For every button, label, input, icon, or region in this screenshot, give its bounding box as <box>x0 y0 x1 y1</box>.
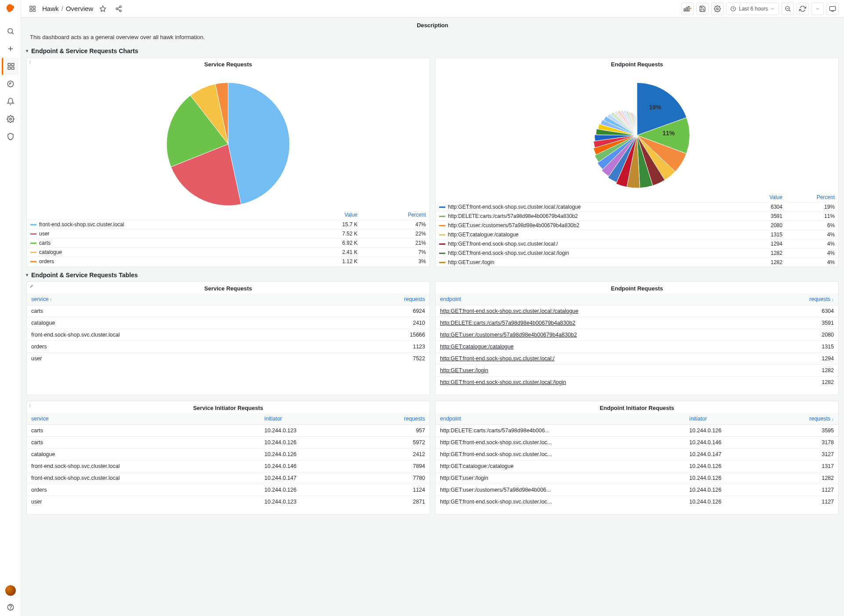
service-requests-chart-panel: i Service Requests ValuePercentfront-end… <box>26 57 430 267</box>
table-row[interactable]: http:GET:front-end.sock-shop.svc.cluster… <box>436 437 838 449</box>
panel-title: Service Requests <box>27 282 429 294</box>
svg-rect-23 <box>684 9 685 11</box>
refresh-icon[interactable] <box>797 3 809 15</box>
svg-rect-5 <box>12 63 14 65</box>
help-icon[interactable] <box>2 598 19 616</box>
table-row[interactable]: front-end.sock-shop.svc.cluster.local156… <box>27 329 429 341</box>
col-requests[interactable]: requests <box>764 294 838 305</box>
settings-icon[interactable] <box>711 3 724 15</box>
zoom-out-icon[interactable] <box>782 3 794 15</box>
table-row[interactable]: http:GET:catalogue:/catalogue1315 <box>436 341 838 353</box>
section-charts-header[interactable]: ▸ Endpoint & Service Requests Charts <box>26 47 839 54</box>
col-service[interactable]: service <box>27 294 335 305</box>
svg-rect-16 <box>33 9 35 11</box>
svg-rect-7 <box>12 67 14 69</box>
dashboards-grid-icon[interactable] <box>26 3 39 15</box>
time-range-picker[interactable]: Last 6 hours <box>726 3 779 15</box>
svg-line-22 <box>118 7 120 8</box>
table-row[interactable]: carts10.244.0.1265972 <box>27 437 429 449</box>
endpoint-requests-table-panel: Endpoint Requests endpointrequestshttp:G… <box>435 281 839 395</box>
table-row[interactable]: front-end.sock-shop.svc.cluster.local10.… <box>27 472 429 484</box>
table-row[interactable]: http:GET:front-end.sock-shop.svc.cluster… <box>436 353 838 365</box>
breadcrumb: Hawk / Overview <box>42 5 93 12</box>
chevron-down-icon: ▸ <box>25 274 30 276</box>
table-row[interactable]: http:GET:user:/login1282 <box>436 365 838 377</box>
table-row[interactable]: carts6924 <box>27 305 429 317</box>
col-service[interactable]: service <box>27 413 260 425</box>
configuration-icon[interactable] <box>2 110 19 128</box>
create-icon[interactable] <box>2 40 19 58</box>
info-icon[interactable]: i <box>29 403 30 408</box>
col-initiator[interactable]: initiator <box>260 413 358 425</box>
section-charts-title: Endpoint & Service Requests Charts <box>31 47 138 54</box>
endpoint-requests-pie[interactable]: 19%11% <box>436 69 838 192</box>
svg-rect-31 <box>829 6 835 10</box>
service-initiator-table-panel: i Service Initiator Requests serviceinit… <box>26 401 430 515</box>
endpoint-initiator-table[interactable]: endpointinitiatorrequestshttp:DELETE:car… <box>436 413 838 507</box>
table-row[interactable]: http:GET:front-end.sock-shop.svc.cluster… <box>436 496 838 508</box>
panel-title: Endpoint Requests <box>436 58 838 69</box>
col-endpoint[interactable]: endpoint <box>436 413 685 425</box>
share-icon[interactable] <box>113 3 125 15</box>
panel-title: Endpoint Initiator Requests <box>436 401 838 413</box>
col-requests[interactable]: requests <box>769 413 838 425</box>
table-row[interactable]: user10.244.0.1232871 <box>27 496 429 508</box>
table-row[interactable]: carts10.244.0.123957 <box>27 425 429 437</box>
svg-point-12 <box>10 609 11 609</box>
table-row[interactable]: front-end.sock-shop.svc.cluster.local10.… <box>27 460 429 472</box>
tv-mode-icon[interactable] <box>826 3 839 15</box>
svg-rect-13 <box>30 6 32 8</box>
breadcrumb-page[interactable]: Overview <box>66 5 94 12</box>
panel-title: Service Initiator Requests <box>27 401 429 413</box>
table-row[interactable]: http:GET:front-end.sock-shop.svc.cluster… <box>436 449 838 460</box>
refresh-interval-dropdown[interactable] <box>811 3 824 15</box>
link-icon[interactable]: ⬈ <box>29 283 33 289</box>
endpoint-requests-table[interactable]: endpointrequestshttp:GET:front-end.sock-… <box>436 294 838 386</box>
star-icon[interactable] <box>97 3 109 15</box>
svg-point-26 <box>717 8 718 10</box>
save-icon[interactable] <box>696 3 709 15</box>
endpoint-requests-legend[interactable]: ValuePercenthttp:GET:front-end.sock-shop… <box>436 192 838 267</box>
service-requests-pie[interactable] <box>27 69 429 210</box>
server-admin-icon[interactable] <box>2 128 19 145</box>
table-row[interactable]: catalogue10.244.0.1262412 <box>27 449 429 460</box>
table-row[interactable]: http:GET:user:/customers/57a98d98e4b006.… <box>436 484 838 496</box>
alerting-icon[interactable] <box>2 93 19 110</box>
table-row[interactable]: orders1123 <box>27 341 429 353</box>
chevron-down-icon: ▸ <box>25 50 30 52</box>
service-requests-legend[interactable]: ValuePercentfront-end.sock-shop.svc.clus… <box>27 210 429 266</box>
endpoint-requests-chart-panel: Endpoint Requests 19%11% ValuePercenthtt… <box>435 57 839 267</box>
service-initiator-table[interactable]: serviceinitiatorrequestscarts10.244.0.12… <box>27 413 429 507</box>
svg-line-1 <box>12 33 13 34</box>
table-row[interactable]: http:GET:front-end.sock-shop.svc.cluster… <box>436 305 838 317</box>
table-row[interactable]: catalogue2410 <box>27 317 429 329</box>
table-row[interactable]: orders10.244.0.1261124 <box>27 484 429 496</box>
user-avatar[interactable] <box>5 585 16 596</box>
table-row[interactable]: http:GET:user:/login10.244.0.1261282 <box>436 472 838 484</box>
svg-point-0 <box>8 29 13 33</box>
dashboards-icon[interactable] <box>2 58 19 75</box>
table-row[interactable]: http:GET:catalogue:/catalogue10.244.0.12… <box>436 460 838 472</box>
description-text: This dashboard acts as a general overvie… <box>26 31 839 43</box>
col-requests[interactable]: requests <box>335 294 429 305</box>
add-panel-icon[interactable]: + <box>681 3 694 15</box>
info-icon[interactable]: i <box>29 59 30 65</box>
svg-text:19%: 19% <box>649 104 662 111</box>
explore-icon[interactable] <box>2 75 19 93</box>
table-row[interactable]: http:DELETE:carts:/carts/57a98d98e4b0067… <box>436 317 838 329</box>
topbar: Hawk / Overview + Last 6 hours <box>21 0 844 18</box>
service-requests-table[interactable]: servicerequestscarts6924catalogue2410fro… <box>27 294 429 364</box>
breadcrumb-root[interactable]: Hawk <box>42 5 59 12</box>
section-tables-header[interactable]: ▸ Endpoint & Service Requests Tables <box>26 272 839 279</box>
table-row[interactable]: http:GET:front-end.sock-shop.svc.cluster… <box>436 377 838 386</box>
svg-line-29 <box>789 10 790 11</box>
col-endpoint[interactable]: endpoint <box>436 294 764 305</box>
table-row[interactable]: http:DELETE:carts:/carts/57a98d98e4b006.… <box>436 425 838 437</box>
svg-marker-9 <box>9 83 11 85</box>
table-row[interactable]: user7522 <box>27 353 429 365</box>
grafana-logo[interactable] <box>5 4 16 15</box>
col-requests[interactable]: requests <box>358 413 429 425</box>
table-row[interactable]: http:GET:user:/customers/57a98d98e4b0067… <box>436 329 838 341</box>
search-icon[interactable] <box>2 22 19 40</box>
col-initiator[interactable]: initiator <box>685 413 769 425</box>
